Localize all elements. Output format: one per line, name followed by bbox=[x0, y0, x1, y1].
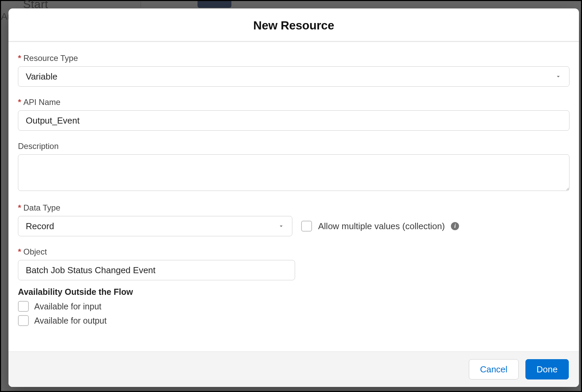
object-combobox[interactable]: Batch Job Status Changed Event bbox=[18, 260, 295, 280]
description-label: Description bbox=[18, 141, 569, 151]
caret-down-icon bbox=[555, 73, 562, 80]
available-for-output-label: Available for output bbox=[34, 316, 107, 326]
data-type-combobox[interactable]: Record bbox=[18, 216, 292, 236]
available-for-input-checkbox[interactable] bbox=[18, 301, 29, 312]
api-name-label: API Name bbox=[18, 97, 569, 107]
available-for-input-label: Available for input bbox=[34, 302, 101, 311]
new-resource-modal: New Resource Resource Type Variable API … bbox=[8, 8, 579, 387]
done-button-label: Done bbox=[537, 364, 558, 375]
object-value: Batch Job Status Changed Event bbox=[26, 265, 155, 276]
cancel-button-label: Cancel bbox=[480, 364, 507, 375]
available-for-output-checkbox[interactable] bbox=[18, 315, 29, 326]
allow-multiple-checkbox[interactable] bbox=[301, 221, 312, 232]
data-type-value: Record bbox=[26, 221, 54, 232]
done-button[interactable]: Done bbox=[525, 359, 569, 379]
resource-type-value: Variable bbox=[26, 71, 57, 82]
resource-type-label: Resource Type bbox=[18, 53, 569, 63]
data-type-label: Data Type bbox=[18, 203, 569, 213]
allow-multiple-label: Allow multiple values (collection) bbox=[318, 221, 445, 232]
object-label: Object bbox=[18, 247, 569, 257]
description-textarea[interactable] bbox=[18, 154, 569, 191]
availability-heading: Availability Outside the Flow bbox=[18, 287, 569, 297]
info-icon[interactable]: i bbox=[451, 222, 459, 230]
modal-body: Resource Type Variable API Name Descript… bbox=[8, 42, 579, 351]
modal-header: New Resource bbox=[8, 8, 579, 42]
modal-title: New Resource bbox=[15, 19, 572, 32]
resource-type-combobox[interactable]: Variable bbox=[18, 66, 569, 87]
api-name-input[interactable] bbox=[18, 110, 569, 131]
modal-footer: Cancel Done bbox=[8, 351, 579, 387]
cancel-button[interactable]: Cancel bbox=[469, 359, 519, 379]
caret-down-icon bbox=[278, 223, 285, 230]
